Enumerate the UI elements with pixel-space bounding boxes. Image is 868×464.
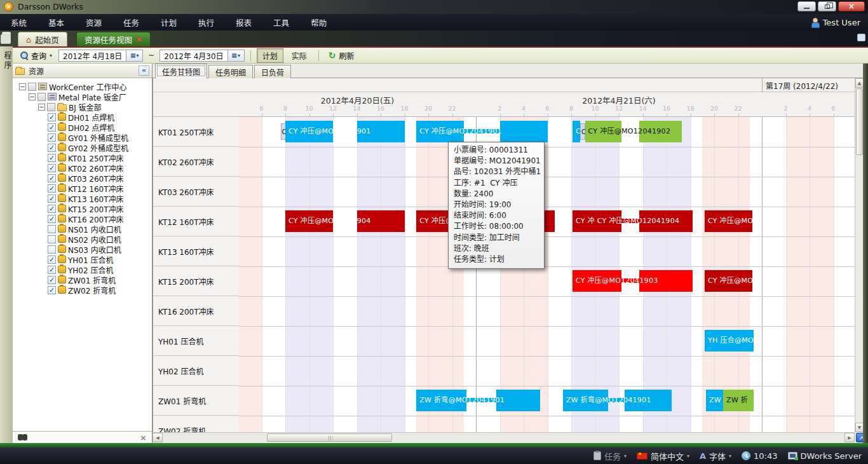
close-button[interactable]: × <box>838 1 865 11</box>
toolbar: 查询 ▾ 2012年 4月18日 ▦ ▾ ~ 2012年 4月30日 ▦ ▾ 计… <box>13 48 868 64</box>
tree-checkbox[interactable] <box>47 103 55 111</box>
menu-item-报表[interactable]: 报表 <box>225 14 262 31</box>
menu-item-执行[interactable]: 执行 <box>187 14 225 31</box>
gantt-row-label: KT15 200T冲床 <box>153 266 239 296</box>
menu-item-计划[interactable]: 计划 <box>150 14 187 31</box>
menu-item-任务[interactable]: 任务 <box>112 14 150 31</box>
tree-item[interactable]: ✓GY02 外桶成型机 <box>13 142 152 153</box>
date-to-picker[interactable]: 2012年 4月30日 ▦ ▾ <box>159 50 244 62</box>
query-dropdown-icon[interactable]: ▾ <box>50 53 52 58</box>
gantt-task-segment[interactable] <box>500 121 548 142</box>
collapse-panel-button[interactable]: « <box>139 65 149 76</box>
tree-item[interactable]: ✓KT15 200T冲床 <box>13 203 152 214</box>
tree-checkbox[interactable] <box>28 83 36 91</box>
tree-item[interactable]: ✓DH01 点焊机 <box>13 112 152 122</box>
view-tab-2[interactable]: 任务明细 <box>208 65 253 78</box>
menu-item-资源[interactable]: 资源 <box>75 14 112 31</box>
tree-item[interactable]: ✓DH02 点焊机 <box>13 122 152 132</box>
tree-item[interactable]: ✓ZW01 折弯机 <box>13 275 152 285</box>
restore-button[interactable] <box>818 1 836 11</box>
query-button[interactable]: 查询 ▾ <box>17 50 56 62</box>
tree-item[interactable]: ✓KT16 200T冲床 <box>13 214 152 224</box>
task-label: CY 冲压@MO12041901 <box>288 121 371 142</box>
tree-item[interactable]: ✓GY01 外桶成型机 <box>13 132 152 142</box>
tree-item-label: GY02 外桶成型机 <box>68 142 128 153</box>
app-window: Darsson DWorks × 系统基本资源任务计划执行报表工具帮助 Test… <box>0 0 868 464</box>
restore-icon <box>825 4 830 9</box>
tree-item[interactable]: ✓KT03 260T冲床 <box>13 173 152 183</box>
tree-checkbox[interactable]: ✓ <box>48 205 56 213</box>
menu-item-工具[interactable]: 工具 <box>262 14 300 31</box>
tree-checkbox[interactable] <box>48 235 56 243</box>
tree-item-label: BJ 钣金部 <box>69 102 102 113</box>
status-font[interactable]: A 字体 ▾ <box>700 450 731 462</box>
clear-filter-icon[interactable]: × <box>140 433 147 442</box>
tab-resource-task-view[interactable]: 资源任务视图 × <box>76 32 151 46</box>
collapse-toggle-icon[interactable]: − <box>38 104 45 111</box>
tree-item[interactable]: NS01 内收口机 <box>13 224 152 234</box>
status-language[interactable]: 简体中文 ▾ <box>637 450 689 462</box>
tree-checkbox[interactable]: ✓ <box>48 174 56 182</box>
tree-checkbox[interactable]: ✓ <box>48 164 56 172</box>
tree-checkbox[interactable]: ✓ <box>48 286 56 294</box>
date-to-calendar-button[interactable]: ▦ ▾ <box>227 50 244 61</box>
tree-checkbox[interactable]: ✓ <box>48 266 56 274</box>
tree-item[interactable]: ✓KT12 160T冲床 <box>13 183 152 193</box>
tree-checkbox[interactable]: ✓ <box>48 123 56 132</box>
tree-item[interactable]: NS02 内收口机 <box>13 234 152 244</box>
date-from-calendar-button[interactable]: ▦ ▾ <box>126 50 142 61</box>
status-tasks[interactable]: 任务 ▾ <box>593 450 627 462</box>
tree-item[interactable]: −WorkCenter 工作中心 <box>13 81 152 92</box>
date-from-picker[interactable]: 2012年 4月18日 ▦ ▾ <box>58 50 143 62</box>
tree-item[interactable]: ✓ZW02 折弯机 <box>13 285 152 295</box>
gantt-chart-area[interactable]: 第17周 (2012/4/22)2012年4月20日(五)2012年4月21日(… <box>239 78 855 432</box>
tree-item[interactable]: ✓YH01 压合机 <box>13 254 152 264</box>
refresh-button[interactable]: ↻ 刷新 <box>325 50 358 62</box>
tree-checkbox[interactable] <box>37 93 46 101</box>
row-border <box>239 236 855 237</box>
scroll-left-button[interactable]: ◀ <box>153 433 163 442</box>
tree-item[interactable]: −BJ 钣金部 <box>13 102 152 112</box>
gantt-row-label: ZW02 折弯机 <box>153 416 239 432</box>
menu-item-帮助[interactable]: 帮助 <box>300 14 337 31</box>
view-tab-1[interactable]: 任务甘特图 <box>155 64 207 78</box>
tree-checkbox[interactable] <box>48 225 56 233</box>
tree-item[interactable]: ✓KT01 250T冲床 <box>13 153 152 163</box>
tree-find-bar[interactable]: × <box>13 431 152 443</box>
tree-item[interactable]: ✓KT13 160T冲床 <box>13 193 152 203</box>
tree-checkbox[interactable]: ✓ <box>48 133 56 142</box>
vertical-scrollbar[interactable]: ▲ ▼ <box>855 78 863 432</box>
menu-item-基本[interactable]: 基本 <box>37 14 75 31</box>
date-to-input[interactable]: 2012年 4月30日 <box>160 50 227 61</box>
tree-checkbox[interactable]: ✓ <box>48 194 56 203</box>
vertical-scroll-thumb[interactable] <box>856 88 863 155</box>
tree-item[interactable]: −Metal Plate 钣金厂 <box>13 92 152 102</box>
tab-list-icon[interactable] <box>857 34 865 41</box>
tree-checkbox[interactable]: ✓ <box>48 144 56 152</box>
actual-toggle-button[interactable]: 实际 <box>286 48 313 63</box>
task-label: ZW <box>709 390 721 411</box>
close-tab-icon[interactable]: × <box>136 35 142 44</box>
tree-checkbox[interactable]: ✓ <box>48 215 56 223</box>
tree-item[interactable]: ✓YH02 压合机 <box>13 264 152 275</box>
tree-checkbox[interactable]: ✓ <box>48 256 56 264</box>
collapse-toggle-icon[interactable]: − <box>19 83 26 90</box>
view-tab-3[interactable]: 日负荷 <box>254 65 291 78</box>
collapse-toggle-icon[interactable]: − <box>29 93 36 100</box>
horizontal-scrollbar[interactable]: ◀ ▶ <box>153 432 855 442</box>
dock-tab-programs[interactable]: 程序 <box>2 51 13 71</box>
tree-checkbox[interactable] <box>48 245 56 254</box>
scroll-right-button[interactable]: ▶ <box>844 433 855 442</box>
tree-checkbox[interactable]: ✓ <box>48 154 56 162</box>
horizontal-scroll-thumb[interactable] <box>267 433 392 442</box>
minimize-button[interactable] <box>797 1 816 11</box>
date-from-input[interactable]: 2012年 4月18日 <box>59 50 126 61</box>
tree-item[interactable]: NS03 内收口机 <box>13 244 152 254</box>
tab-home[interactable]: ⌂ 起始页 <box>18 32 67 46</box>
tree-checkbox[interactable]: ✓ <box>48 276 56 284</box>
tree-item[interactable]: ✓KT02 260T冲床 <box>13 163 152 173</box>
tree-checkbox[interactable]: ✓ <box>48 184 56 193</box>
tree-checkbox[interactable]: ✓ <box>48 113 56 121</box>
plan-toggle-button[interactable]: 计划 <box>257 48 283 63</box>
menu-item-系统[interactable]: 系统 <box>0 14 37 31</box>
